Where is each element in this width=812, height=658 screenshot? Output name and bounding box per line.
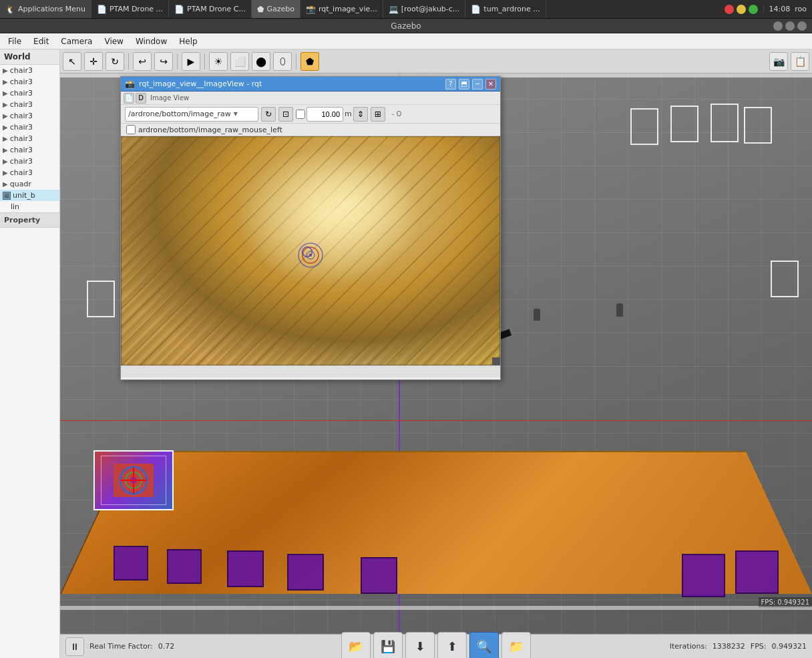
fps-input[interactable] — [307, 107, 343, 122]
rqt-minimize-btn[interactable]: ─ — [472, 79, 483, 90]
auto-size-btn[interactable]: ⊡ — [278, 107, 293, 122]
sidebar-item-unit[interactable]: ⊞ unit_b — [0, 190, 59, 201]
fps-unit: m — [345, 110, 352, 118]
chair-wf-5 — [771, 261, 799, 297]
property-section: Property — [0, 212, 59, 228]
3d-viewport[interactable]: ↖ ✛ ↻ ↩ ↪ ▶ ☀ ⬜ ⬤ ⬯ ⬟ 📷 📋 — [60, 49, 812, 658]
fit-btn[interactable]: ⊞ — [371, 107, 385, 122]
rqt-restore-btn[interactable]: ⬒ — [459, 79, 469, 90]
sidebar-item-chair4[interactable]: ▶chair3 — [0, 99, 59, 110]
win-maximize[interactable] — [749, 5, 758, 14]
stamp-inner — [101, 456, 167, 504]
sidebar-item-chair3[interactable]: ▶chair3 — [0, 88, 59, 99]
log-btn[interactable]: 📋 — [791, 52, 809, 71]
menu-view[interactable]: View — [99, 35, 128, 47]
menu-help[interactable]: Help — [174, 35, 202, 47]
sidebar-item-chair9[interactable]: ▶chair3 — [0, 156, 59, 167]
cylinder-btn[interactable]: ⬯ — [273, 52, 292, 71]
topic-dropdown[interactable]: /ardrone/bottom/image_raw ▼ — [125, 107, 258, 122]
restore-btn[interactable] — [785, 21, 795, 31]
horizontal-line — [60, 420, 812, 421]
sidebar-item-chair8[interactable]: ▶chair3 — [0, 144, 59, 156]
resize-handle[interactable] — [492, 357, 500, 365]
sidebar-item-quadr[interactable]: ▶quadr — [0, 178, 59, 190]
menu-window[interactable]: Window — [130, 35, 172, 47]
rotate-btn[interactable]: ↻ — [106, 52, 124, 71]
ptam1-icon: 📄 — [97, 5, 107, 14]
move-up-btn[interactable]: ⬆ — [437, 632, 467, 659]
taskbar-applications-menu[interactable]: 🐧 Applications Menu — [0, 0, 91, 18]
menu-edit[interactable]: Edit — [28, 35, 54, 47]
rqt-controls: /ardrone/bottom/image_raw ▼ ↻ ⊡ m ⇕ ⊞ - … — [121, 105, 500, 124]
world-header: World — [0, 49, 59, 65]
window-controls — [773, 21, 807, 31]
applications-icon: 🐧 — [5, 5, 15, 14]
refresh-btn[interactable]: ↻ — [261, 107, 276, 122]
undo-btn[interactable]: ↩ — [133, 52, 152, 71]
sidebar-item-chair6[interactable]: ▶chair3 — [0, 122, 59, 133]
folder-btn[interactable]: 📁 — [501, 632, 531, 659]
gazebo-toolbar: ↖ ✛ ↻ ↩ ↪ ▶ ☀ ⬜ ⬤ ⬯ ⬟ 📷 📋 — [60, 49, 812, 73]
menubar: File Edit Camera View Window Help — [0, 33, 812, 49]
rqt-titlebar: 📸 rqt_image_view__ImageView - rqt ? ⬒ ─ … — [121, 77, 500, 92]
rqt-close-btn[interactable]: ✕ — [485, 79, 496, 90]
rqt-tb-2[interactable]: D — [136, 93, 146, 104]
sidebar-item-chair2[interactable]: ▶chair3 — [0, 76, 59, 88]
win-close[interactable] — [725, 5, 734, 14]
road-stripe-bottom — [60, 606, 812, 610]
win-minimize[interactable] — [737, 5, 746, 14]
sim-btn[interactable]: ▶ — [182, 52, 200, 71]
taskbar-ptam1[interactable]: 📄 PTAM Drone ... — [91, 0, 169, 18]
realtime-value: 0.72 — [158, 642, 175, 651]
pause-btn[interactable]: ⏸ — [65, 637, 84, 656]
menu-camera[interactable]: Camera — [55, 35, 97, 47]
orange-btn[interactable]: ⬟ — [300, 52, 319, 71]
screenshot-btn[interactable]: 📷 — [769, 52, 788, 71]
redo-btn[interactable]: ↪ — [154, 52, 173, 71]
sidebar-item-chair10[interactable]: ▶chair3 — [0, 167, 59, 178]
chair-purple-2 — [167, 549, 202, 584]
rqt-icon: 📸 — [306, 5, 316, 14]
rqt-statusbar — [121, 365, 500, 377]
taskbar-gazebo[interactable]: ⬟ Gazebo — [252, 0, 300, 18]
sphere-btn[interactable]: ⬤ — [252, 52, 270, 71]
taskbar-root[interactable]: 💻 [root@jakub-c... — [383, 0, 466, 18]
taskbar-tum[interactable]: 📄 tum_ardrone ... — [465, 0, 546, 18]
insert-model-btn[interactable]: ⬇ — [405, 632, 435, 659]
sep2 — [177, 53, 178, 69]
statusbar: ⏸ Real Time Factor: 0.72 Iterations: 133… — [60, 634, 812, 658]
rqt-help-btn[interactable]: ? — [445, 79, 456, 90]
open-world-btn[interactable]: 📂 — [341, 632, 371, 659]
taskbar-ptam2[interactable]: 📄 PTAM Drone C... — [169, 0, 252, 18]
taskbar-rqt[interactable]: 📸 rqt_image_vie... — [300, 0, 383, 18]
translate-btn[interactable]: ✛ — [84, 52, 103, 71]
sep3 — [204, 53, 205, 69]
chair-wf-3 — [670, 106, 698, 142]
sidebar-item-chair5[interactable]: ▶chair3 — [0, 110, 59, 122]
right-info: - O — [388, 110, 402, 118]
sidebar-item-chair7[interactable]: ▶chair3 — [0, 133, 59, 144]
rqt-tb-1[interactable]: 📄 — [124, 93, 134, 104]
minimize-btn[interactable] — [773, 21, 783, 31]
fps-value: 0.949321 — [772, 642, 807, 651]
iterations-label: Iterations: — [670, 642, 707, 651]
mouse-topic-label: ardrone/bottom/image_raw_mouse_left — [138, 126, 282, 134]
right-toolbar: 📷 📋 — [769, 52, 809, 71]
root-icon: 💻 — [389, 5, 399, 14]
box-btn[interactable]: ⬜ — [230, 52, 249, 71]
mouse-topic-checkbox[interactable] — [126, 125, 136, 134]
chair-purple-4 — [287, 554, 324, 591]
chair-wf-4 — [630, 108, 658, 145]
fps-spin[interactable]: ⇕ — [353, 107, 368, 122]
light-btn[interactable]: ☀ — [209, 52, 228, 71]
close-btn[interactable] — [797, 21, 807, 31]
sidebar-item-chair1[interactable]: ▶chair3 — [0, 65, 59, 76]
fps-checkbox[interactable] — [296, 110, 305, 119]
save-world-btn[interactable]: 💾 — [373, 632, 403, 659]
search-btn[interactable]: 🔍 — [469, 632, 499, 659]
chair-purple-1 — [114, 546, 148, 581]
sidebar-item-link[interactable]: lin — [0, 201, 59, 212]
gazebo-icon: ⬟ — [257, 5, 264, 14]
select-btn[interactable]: ↖ — [63, 52, 81, 71]
menu-file[interactable]: File — [3, 35, 27, 47]
